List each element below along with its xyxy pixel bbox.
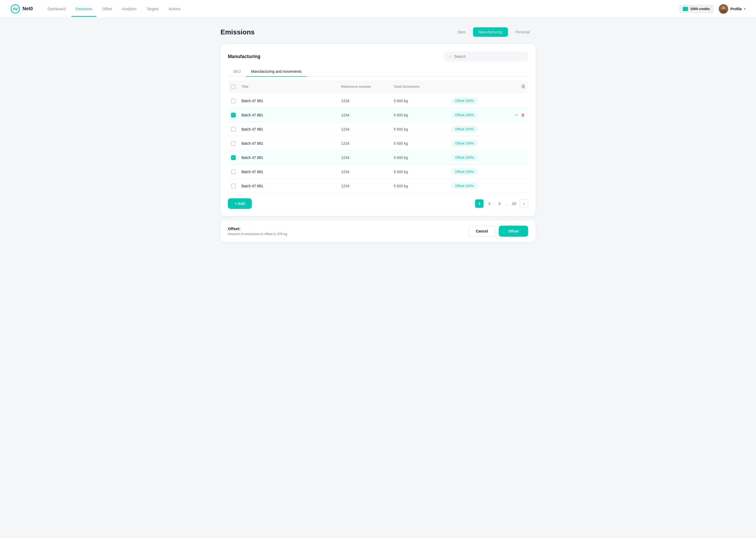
- view-tab-personal[interactable]: Personal: [509, 27, 536, 37]
- logo-text: Net0: [23, 6, 33, 12]
- manufacturing-card: Manufacturing ○ SKU Manufacturing and mo…: [220, 44, 536, 216]
- row-title-6: Batch 47 881: [242, 170, 341, 174]
- row-title-4: Batch 47 881: [242, 141, 341, 145]
- row-checkbox-5[interactable]: ✓: [231, 155, 236, 160]
- select-all-checkbox[interactable]: [231, 84, 236, 89]
- offset-buttons: Cancel Offset: [468, 226, 528, 237]
- row-ref-7: 1234: [341, 184, 394, 188]
- chevron-down-icon: ▾: [744, 7, 745, 11]
- row-ref-5: 1234: [341, 155, 394, 160]
- pagination: 1 2 3 ... 10 ›: [475, 199, 528, 208]
- page-next-button[interactable]: ›: [520, 199, 528, 208]
- row-emissions-2: 5 600 kg: [394, 113, 451, 117]
- table-header-row: Title Reference number Total Emissions ☰: [228, 81, 528, 93]
- row-ref-2: 1234: [341, 113, 394, 117]
- table-row: Batch 47 881 1234 5 600 kg Offset 100%: [228, 122, 528, 136]
- profile-button[interactable]: Profile ▾: [719, 4, 745, 14]
- page-title: Emissions: [220, 28, 255, 36]
- row-badge-1: Offset 100%: [451, 97, 478, 104]
- search-input[interactable]: [454, 54, 523, 59]
- navbar: Net0 Dashboard Emissions Offset Analytic…: [0, 0, 756, 18]
- row-ref-6: 1234: [341, 170, 394, 174]
- row-checkbox-3[interactable]: [231, 127, 236, 132]
- row-title-1: Batch 47 881: [242, 99, 341, 103]
- page-header: Emissions Sites Manufacturing Personal: [220, 27, 536, 37]
- page-3[interactable]: 3: [495, 199, 503, 208]
- row-badge-4: Offset 100%: [451, 140, 478, 146]
- row-emissions-1: 5 600 kg: [394, 99, 451, 103]
- nav-item-analytics[interactable]: Analytics: [118, 1, 141, 17]
- row-ref-3: 1234: [341, 127, 394, 131]
- credits-icon: [683, 7, 688, 11]
- offset-description: Amount of emissions to offset is 376 kg: [228, 232, 287, 236]
- credits-label: 1000 credits: [690, 7, 710, 11]
- row-title-2: Batch 47 881: [242, 113, 341, 117]
- row-emissions-4: 5 600 kg: [394, 141, 451, 145]
- row-emissions-6: 5 600 kg: [394, 170, 451, 174]
- profile-label: Profile: [730, 7, 742, 11]
- table-row: Batch 47 881 1234 5 600 kg Offset 100%: [228, 136, 528, 150]
- row-title-5: Batch 47 881: [242, 155, 341, 160]
- delete-icon[interactable]: 🗑: [521, 113, 525, 117]
- view-tab-sites[interactable]: Sites: [452, 27, 471, 37]
- inner-tab-sku[interactable]: SKU: [228, 67, 246, 77]
- th-reference: Reference number: [341, 84, 394, 88]
- table-row: Batch 47 881 1234 5 600 kg Offset 100%: [228, 179, 528, 193]
- logo[interactable]: Net0: [11, 4, 33, 14]
- table-row: ✓ Batch 47 881 1234 5 600 kg Offset 100%: [228, 150, 528, 165]
- cancel-button[interactable]: Cancel: [468, 226, 496, 237]
- card-header: Manufacturing ○: [228, 51, 528, 62]
- row-badge-2: Offset 100%: [451, 112, 478, 118]
- row-badge-7: Offset 100%: [451, 183, 478, 189]
- inner-tabs: SKU Manufacturing and movements: [228, 67, 528, 77]
- row-checkbox-1[interactable]: [231, 98, 236, 103]
- view-tabs: Sites Manufacturing Personal: [452, 27, 536, 37]
- credits-button[interactable]: 1000 credits: [679, 5, 714, 13]
- row-badge-6: Offset 100%: [451, 168, 478, 175]
- row-emissions-7: 5 600 kg: [394, 184, 451, 188]
- card-footer: + Add 1 2 3 ... 10 ›: [228, 198, 528, 209]
- page-content: Emissions Sites Manufacturing Personal M…: [210, 18, 546, 251]
- offset-bar: Offset: Amount of emissions to offset is…: [220, 220, 536, 242]
- inner-tab-manufacturing[interactable]: Manufacturing and movements: [246, 67, 307, 77]
- card-title: Manufacturing: [228, 54, 260, 59]
- row-checkbox-2[interactable]: ✓: [231, 113, 236, 117]
- nav-item-offset[interactable]: Offset: [98, 1, 116, 17]
- nav-links: Dashboard Emissions Offset Analytics Tar…: [43, 1, 679, 17]
- row-title-3: Batch 47 881: [242, 127, 341, 131]
- edit-icon[interactable]: ✏: [515, 113, 518, 117]
- add-button[interactable]: + Add: [228, 198, 252, 209]
- row-emissions-3: 5 600 kg: [394, 127, 451, 131]
- th-emissions: Total Emissions: [394, 84, 451, 88]
- page-10[interactable]: 10: [510, 199, 518, 208]
- offset-text-block: Offset: Amount of emissions to offset is…: [228, 227, 287, 236]
- nav-item-targets[interactable]: Targets: [142, 1, 163, 17]
- offset-label: Offset:: [228, 227, 287, 231]
- row-ref-4: 1234: [341, 141, 394, 145]
- row-emissions-5: 5 600 kg: [394, 155, 451, 160]
- table-container: Title Reference number Total Emissions ☰…: [228, 81, 528, 193]
- nav-right: 1000 credits Profile ▾: [679, 4, 745, 14]
- offset-button[interactable]: Offset: [499, 226, 528, 237]
- page-1[interactable]: 1: [475, 199, 484, 208]
- table-row: Batch 47 881 1234 5 600 kg Offset 100%: [228, 165, 528, 179]
- avatar: [719, 4, 728, 14]
- th-title: Title: [242, 84, 341, 88]
- row-checkbox-7[interactable]: [231, 184, 236, 188]
- page-2[interactable]: 2: [485, 199, 494, 208]
- filter-icon[interactable]: ☰: [504, 84, 525, 89]
- table-row: Batch 47 881 1234 5 600 kg Offset 100%: [228, 94, 528, 108]
- view-tab-manufacturing[interactable]: Manufacturing: [473, 27, 508, 37]
- search-box[interactable]: ○: [444, 51, 528, 62]
- nav-item-emissions[interactable]: Emissions: [71, 1, 97, 17]
- row-badge-5: Offset 100%: [451, 154, 478, 161]
- nav-item-actions[interactable]: Actions: [164, 1, 185, 17]
- row-title-7: Batch 47 881: [242, 184, 341, 188]
- pagination-dots: ...: [505, 201, 508, 206]
- row-ref-1: 1234: [341, 99, 394, 103]
- row-checkbox-4[interactable]: [231, 141, 236, 146]
- row-badge-3: Offset 100%: [451, 126, 478, 133]
- nav-item-dashboard[interactable]: Dashboard: [43, 1, 70, 17]
- row-actions-2: ✏ 🗑: [504, 113, 525, 117]
- row-checkbox-6[interactable]: [231, 169, 236, 174]
